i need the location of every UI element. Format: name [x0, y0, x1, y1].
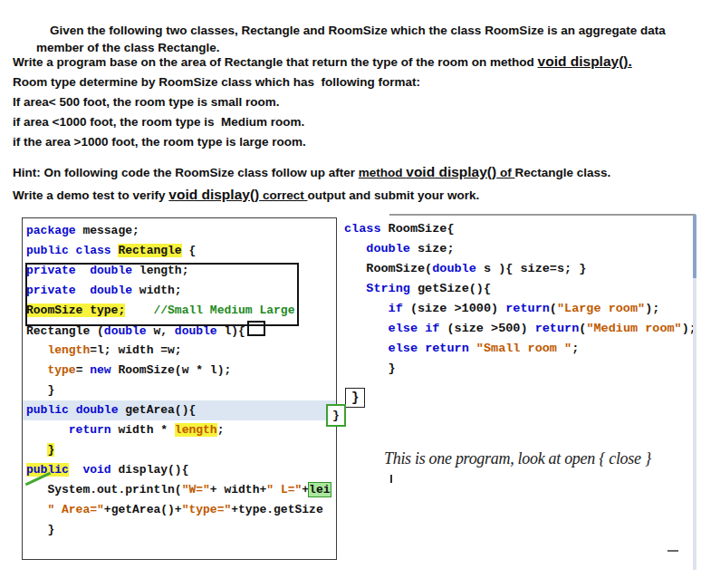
code-token — [26, 363, 47, 377]
code-token: type — [47, 363, 75, 377]
code-token: double — [175, 324, 217, 338]
code-token: (size >1000) — [403, 302, 505, 315]
handwritten-note: This is one program, look at open { clos… — [384, 449, 651, 468]
code-line: public void display(){ — [26, 460, 336, 480]
code-token: "W=" — [182, 483, 210, 496]
code-line: type= new RoomSize(w * l); — [26, 361, 336, 381]
code-token: } — [344, 361, 396, 375]
empty-annotation-box — [247, 321, 265, 336]
code-line: else if (size >500) return("Medium room"… — [344, 319, 697, 339]
code-token: length — [175, 423, 217, 437]
scroll-corner-mark — [667, 550, 678, 552]
code-token: private — [26, 264, 76, 277]
code-token: return — [535, 322, 580, 335]
code-token: package — [26, 224, 76, 237]
code-line: double size; — [344, 239, 697, 259]
code-token: lei — [309, 483, 330, 496]
hint-text: Write a demo test to verify — [13, 188, 168, 202]
code-token: new — [90, 363, 110, 377]
code-line: RoomSize type; //Small Medium Large — [26, 301, 336, 321]
code-line: Rectangle (double w, double l){ — [26, 321, 336, 341]
code-token: public — [26, 403, 69, 417]
code-token: System.out.println( — [47, 483, 181, 496]
code-token: class — [344, 222, 381, 236]
code-token: RoomSize{ — [381, 222, 455, 236]
code-token: ; — [217, 423, 225, 437]
code-line: package message; — [26, 221, 336, 241]
code-token: "type=" — [182, 503, 232, 516]
black-boxed-brace: } — [345, 388, 365, 408]
code-token: double — [90, 264, 132, 277]
scrollbar-thumb[interactable] — [693, 215, 696, 278]
code-token — [26, 423, 69, 437]
code-token: s ){ size=s; } — [476, 262, 587, 275]
code-token — [344, 342, 389, 355]
code-token: size; — [410, 242, 455, 255]
code-token: Rectangle — [118, 244, 181, 257]
code-line: System.out.println("W="+ width+" L="+lei — [26, 480, 336, 500]
code-token: "Large room" — [557, 302, 645, 315]
code-token — [344, 302, 389, 315]
code-token: = — [76, 363, 91, 377]
code-token: if — [425, 322, 439, 335]
task-underlined-method: void display(). — [538, 53, 632, 69]
code-token: RoomSize type; — [26, 304, 125, 317]
selected-code-line: public double getArea(){ — [23, 400, 336, 420]
code-token — [26, 483, 47, 496]
code-token: double — [104, 324, 147, 338]
task-line-5: if the area >1000 foot, the room type is… — [13, 133, 690, 150]
code-token: length; — [132, 264, 188, 277]
code-line: if (size >1000) return("Large room"); — [344, 299, 697, 319]
code-token: length — [47, 343, 90, 357]
task-text: Write a program base on the area of Rect… — [13, 55, 538, 69]
code-token — [344, 282, 366, 295]
code-token — [344, 242, 366, 255]
code-token: else — [389, 342, 418, 355]
code-line: } — [26, 520, 336, 540]
hint-line-1: Hint: On following code the RoomSize cla… — [13, 163, 690, 181]
task-instructions: Write a program base on the area of Rect… — [13, 53, 690, 153]
code-line: } — [26, 440, 336, 460]
code-token — [26, 343, 47, 357]
code-line: private double length; — [26, 261, 336, 281]
task-line-2: Room type determine by RoomSize class wh… — [13, 73, 690, 91]
code-token: display(){ — [111, 463, 189, 477]
intro-text: Given the following two classes, Rectang… — [36, 24, 668, 54]
roomsize-code-panel: class RoomSize{ double size; RoomSize(do… — [344, 219, 697, 381]
code-line: return width * length; — [26, 420, 336, 440]
green-boxed-brace: } — [326, 404, 346, 427]
code-token: double — [432, 262, 476, 275]
page: Given the following two classes, Rectang… — [0, 0, 701, 588]
top-divider-line — [389, 214, 696, 216]
code-line: length=l; width =w; — [26, 341, 336, 361]
code-line: private double width; — [26, 281, 336, 301]
code-token — [76, 284, 91, 297]
code-token: Rectangle ( — [26, 324, 104, 338]
code-token — [69, 403, 76, 417]
code-line: class RoomSize{ — [344, 219, 697, 239]
code-token: if — [389, 302, 403, 315]
code-token: width * — [111, 423, 175, 437]
hint-text: Hint: On following code the RoomSize cla… — [13, 166, 359, 179]
code-token — [76, 264, 91, 277]
code-token: ; — [571, 342, 579, 355]
hint-section: Hint: On following code the RoomSize cla… — [13, 163, 690, 208]
code-token: l) — [217, 324, 238, 338]
code-token: +getArea()+ — [104, 503, 182, 516]
code-token: { — [182, 244, 197, 257]
code-token: ); — [645, 302, 659, 315]
code-token: + — [302, 483, 309, 496]
code-line: RoomSize(double s ){ size=s; } — [344, 259, 697, 279]
code-token — [344, 322, 389, 335]
code-token — [469, 342, 476, 355]
code-token — [418, 322, 425, 335]
code-line: } — [26, 381, 336, 400]
code-token — [418, 342, 425, 355]
code-token: return — [69, 423, 111, 437]
code-token: } — [47, 443, 54, 457]
hint-underline: method — [359, 166, 407, 179]
code-line: String getSize(){ — [344, 279, 697, 299]
code-token: =l; width =w; — [90, 343, 181, 357]
code-token: width; — [132, 284, 182, 297]
code-token: double — [76, 403, 119, 417]
